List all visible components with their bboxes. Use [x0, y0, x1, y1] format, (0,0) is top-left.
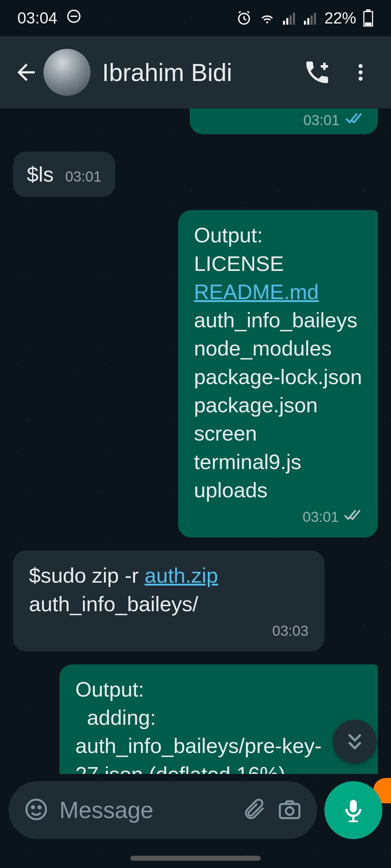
signal-icon — [282, 10, 297, 26]
message-text: Output: LICENSE README.md auth_info_bail… — [194, 221, 362, 504]
attach-icon[interactable] — [242, 797, 266, 823]
svg-point-19 — [38, 806, 41, 808]
svg-rect-8 — [307, 18, 310, 25]
more-button[interactable] — [339, 51, 382, 94]
message-time: 03:03 — [272, 621, 308, 641]
svg-rect-3 — [283, 21, 285, 25]
svg-rect-4 — [286, 18, 289, 25]
svg-rect-10 — [314, 13, 316, 25]
svg-point-17 — [26, 800, 46, 819]
message-text: $sudo zip -r auth.zip auth_info_baileys/ — [29, 561, 308, 618]
status-time: 03:04 — [17, 9, 57, 27]
link[interactable]: README.md — [194, 280, 319, 303]
message-out-truncated[interactable]: 03:01 — [190, 109, 378, 134]
alarm-icon — [236, 10, 252, 26]
svg-rect-9 — [311, 16, 313, 25]
svg-point-18 — [32, 806, 34, 808]
svg-point-21 — [286, 807, 294, 815]
svg-point-16 — [359, 77, 363, 81]
message-time: 03:01 — [303, 507, 339, 527]
scroll-to-bottom-button[interactable] — [333, 720, 377, 763]
contact-name[interactable]: Ibrahim Bidi — [102, 58, 295, 86]
battery-pct: 22% — [324, 9, 356, 27]
read-receipt-icon — [343, 507, 362, 527]
wifi-icon — [258, 10, 276, 26]
nav-handle[interactable] — [130, 856, 261, 861]
back-button[interactable] — [9, 55, 43, 90]
battery-icon — [363, 9, 374, 27]
svg-rect-23 — [349, 821, 358, 822]
message-in[interactable]: $ls 03:01 — [13, 152, 115, 197]
emoji-icon[interactable] — [23, 796, 49, 824]
message-in[interactable]: $sudo zip -r auth.zip auth_info_baileys/… — [13, 550, 324, 651]
svg-point-15 — [359, 71, 363, 75]
message-out[interactable]: Output: adding: auth_info_baileys/pre-ke… — [59, 664, 378, 774]
call-button[interactable] — [295, 51, 339, 94]
svg-rect-6 — [293, 13, 295, 25]
chat-area[interactable]: 03:01 $ls 03:01 Output: LICENSE README.m… — [0, 109, 391, 774]
app-bar: Ibrahim Bidi — [0, 36, 391, 109]
svg-rect-13 — [365, 22, 371, 25]
message-time: 03:01 — [303, 112, 340, 128]
signal-icon — [303, 10, 318, 26]
read-receipt-icon — [345, 112, 363, 128]
camera-icon[interactable] — [277, 796, 303, 824]
message-input[interactable]: Message — [9, 781, 317, 839]
svg-rect-5 — [290, 16, 292, 25]
status-bar: 03:04 22% — [0, 0, 391, 36]
input-bar: Message — [0, 774, 391, 868]
message-input-placeholder: Message — [59, 797, 232, 824]
message-text: Output: adding: auth_info_baileys/pre-ke… — [75, 675, 362, 774]
svg-rect-22 — [352, 817, 354, 821]
svg-point-14 — [359, 64, 363, 68]
svg-rect-7 — [304, 21, 306, 25]
contact-avatar[interactable] — [43, 49, 91, 96]
message-out[interactable]: Output: LICENSE README.md auth_info_bail… — [178, 210, 378, 537]
mic-button[interactable] — [324, 781, 382, 839]
dnd-icon — [66, 8, 82, 28]
message-time: 03:01 — [65, 167, 101, 186]
message-text: $ls — [27, 160, 54, 188]
svg-rect-20 — [280, 804, 299, 818]
link[interactable]: auth.zip — [144, 563, 218, 587]
